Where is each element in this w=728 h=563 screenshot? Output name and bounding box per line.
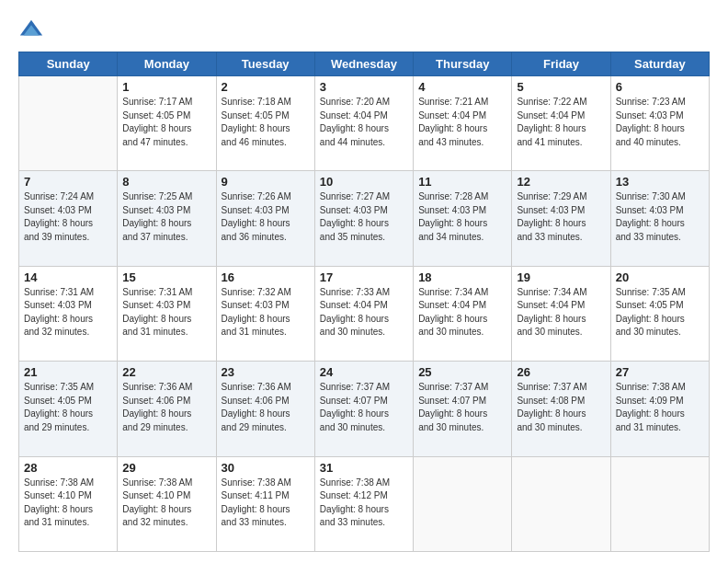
day-info: Sunrise: 7:38 AM Sunset: 4:10 PM Dayligh… — [122, 477, 210, 530]
day-number: 27 — [616, 365, 704, 379]
calendar-cell: 7Sunrise: 7:24 AM Sunset: 4:03 PM Daylig… — [19, 171, 118, 266]
calendar-cell: 5Sunrise: 7:22 AM Sunset: 4:04 PM Daylig… — [512, 76, 610, 171]
day-info: Sunrise: 7:33 AM Sunset: 4:04 PM Dayligh… — [320, 286, 408, 339]
day-number: 23 — [222, 365, 310, 379]
day-number: 31 — [320, 461, 408, 475]
day-info: Sunrise: 7:30 AM Sunset: 4:03 PM Dayligh… — [616, 190, 704, 244]
day-info: Sunrise: 7:37 AM Sunset: 4:07 PM Dayligh… — [320, 381, 408, 434]
calendar-week-row: 1Sunrise: 7:17 AM Sunset: 4:05 PM Daylig… — [19, 76, 710, 171]
calendar-cell: 30Sunrise: 7:38 AM Sunset: 4:11 PM Dayli… — [216, 456, 314, 551]
calendar-week-row: 21Sunrise: 7:35 AM Sunset: 4:05 PM Dayli… — [19, 362, 710, 456]
calendar-cell: 26Sunrise: 7:37 AM Sunset: 4:08 PM Dayli… — [512, 362, 610, 456]
day-info: Sunrise: 7:31 AM Sunset: 4:03 PM Dayligh… — [24, 286, 112, 339]
calendar-cell: 11Sunrise: 7:28 AM Sunset: 4:03 PM Dayli… — [414, 171, 512, 266]
day-number: 9 — [222, 175, 310, 189]
day-info: Sunrise: 7:27 AM Sunset: 4:03 PM Dayligh… — [320, 190, 408, 244]
calendar-cell: 20Sunrise: 7:35 AM Sunset: 4:05 PM Dayli… — [610, 266, 709, 361]
day-info: Sunrise: 7:36 AM Sunset: 4:06 PM Dayligh… — [122, 381, 210, 434]
calendar-cell: 2Sunrise: 7:18 AM Sunset: 4:05 PM Daylig… — [216, 76, 314, 171]
day-number: 19 — [517, 270, 605, 284]
day-number: 1 — [122, 80, 210, 94]
calendar-cell: 18Sunrise: 7:34 AM Sunset: 4:04 PM Dayli… — [414, 266, 512, 361]
calendar-cell: 27Sunrise: 7:38 AM Sunset: 4:09 PM Dayli… — [610, 362, 709, 456]
day-number: 8 — [122, 175, 210, 189]
weekday-header-saturday: Saturday — [610, 52, 709, 76]
day-info: Sunrise: 7:26 AM Sunset: 4:03 PM Dayligh… — [222, 190, 310, 244]
day-info: Sunrise: 7:36 AM Sunset: 4:06 PM Dayligh… — [222, 381, 310, 434]
weekday-header-row: SundayMondayTuesdayWednesdayThursdayFrid… — [19, 52, 710, 76]
day-number: 12 — [517, 175, 605, 189]
day-info: Sunrise: 7:21 AM Sunset: 4:04 PM Dayligh… — [418, 96, 506, 149]
calendar-cell: 9Sunrise: 7:26 AM Sunset: 4:03 PM Daylig… — [216, 171, 314, 266]
page: SundayMondayTuesdayWednesdayThursdayFrid… — [0, 0, 728, 563]
calendar-cell: 8Sunrise: 7:25 AM Sunset: 4:03 PM Daylig… — [118, 171, 216, 266]
calendar-table: SundayMondayTuesdayWednesdayThursdayFrid… — [18, 52, 710, 552]
weekday-header-friday: Friday — [512, 52, 610, 76]
day-info: Sunrise: 7:35 AM Sunset: 4:05 PM Dayligh… — [24, 381, 112, 434]
calendar-cell: 3Sunrise: 7:20 AM Sunset: 4:04 PM Daylig… — [314, 76, 413, 171]
day-number: 30 — [222, 461, 310, 475]
calendar-cell: 10Sunrise: 7:27 AM Sunset: 4:03 PM Dayli… — [314, 171, 413, 266]
day-number: 26 — [517, 365, 605, 379]
day-info: Sunrise: 7:34 AM Sunset: 4:04 PM Dayligh… — [517, 286, 605, 339]
day-info: Sunrise: 7:17 AM Sunset: 4:05 PM Dayligh… — [122, 96, 210, 149]
day-info: Sunrise: 7:22 AM Sunset: 4:04 PM Dayligh… — [517, 96, 605, 149]
day-number: 3 — [320, 80, 408, 94]
calendar-cell: 25Sunrise: 7:37 AM Sunset: 4:07 PM Dayli… — [414, 362, 512, 456]
weekday-header-wednesday: Wednesday — [314, 52, 413, 76]
calendar-cell: 17Sunrise: 7:33 AM Sunset: 4:04 PM Dayli… — [314, 266, 413, 361]
calendar-week-row: 28Sunrise: 7:38 AM Sunset: 4:10 PM Dayli… — [19, 456, 710, 551]
calendar-cell: 1Sunrise: 7:17 AM Sunset: 4:05 PM Daylig… — [118, 76, 216, 171]
day-number: 24 — [320, 365, 408, 379]
calendar-cell — [610, 456, 709, 551]
day-number: 18 — [418, 270, 506, 284]
calendar-cell: 22Sunrise: 7:36 AM Sunset: 4:06 PM Dayli… — [118, 362, 216, 456]
day-number: 15 — [122, 270, 210, 284]
calendar-cell: 6Sunrise: 7:23 AM Sunset: 4:03 PM Daylig… — [610, 76, 709, 171]
calendar-cell — [512, 456, 610, 551]
day-info: Sunrise: 7:31 AM Sunset: 4:03 PM Dayligh… — [122, 286, 210, 339]
calendar-cell: 15Sunrise: 7:31 AM Sunset: 4:03 PM Dayli… — [118, 266, 216, 361]
day-info: Sunrise: 7:35 AM Sunset: 4:05 PM Dayligh… — [616, 286, 704, 339]
calendar-cell: 14Sunrise: 7:31 AM Sunset: 4:03 PM Dayli… — [19, 266, 118, 361]
day-info: Sunrise: 7:29 AM Sunset: 4:03 PM Dayligh… — [517, 190, 605, 244]
header — [18, 17, 710, 42]
day-number: 7 — [24, 175, 112, 189]
calendar-cell: 31Sunrise: 7:38 AM Sunset: 4:12 PM Dayli… — [314, 456, 413, 551]
day-number: 17 — [320, 270, 408, 284]
calendar-cell: 12Sunrise: 7:29 AM Sunset: 4:03 PM Dayli… — [512, 171, 610, 266]
calendar-week-row: 14Sunrise: 7:31 AM Sunset: 4:03 PM Dayli… — [19, 266, 710, 361]
day-number: 13 — [616, 175, 704, 189]
day-info: Sunrise: 7:34 AM Sunset: 4:04 PM Dayligh… — [418, 286, 506, 339]
logo-icon — [18, 17, 44, 42]
day-number: 16 — [222, 270, 310, 284]
day-number: 20 — [616, 270, 704, 284]
day-info: Sunrise: 7:38 AM Sunset: 4:11 PM Dayligh… — [222, 477, 310, 530]
weekday-header-sunday: Sunday — [19, 52, 118, 76]
weekday-header-thursday: Thursday — [414, 52, 512, 76]
day-info: Sunrise: 7:37 AM Sunset: 4:08 PM Dayligh… — [517, 381, 605, 434]
logo — [18, 17, 48, 42]
weekday-header-monday: Monday — [118, 52, 216, 76]
calendar-cell: 13Sunrise: 7:30 AM Sunset: 4:03 PM Dayli… — [610, 171, 709, 266]
day-info: Sunrise: 7:38 AM Sunset: 4:12 PM Dayligh… — [320, 477, 408, 530]
day-number: 5 — [517, 80, 605, 94]
day-number: 11 — [418, 175, 506, 189]
calendar-cell: 23Sunrise: 7:36 AM Sunset: 4:06 PM Dayli… — [216, 362, 314, 456]
day-number: 28 — [24, 461, 112, 475]
day-number: 10 — [320, 175, 408, 189]
day-number: 4 — [418, 80, 506, 94]
day-number: 6 — [616, 80, 704, 94]
day-info: Sunrise: 7:25 AM Sunset: 4:03 PM Dayligh… — [122, 190, 210, 244]
day-info: Sunrise: 7:38 AM Sunset: 4:09 PM Dayligh… — [616, 381, 704, 434]
day-number: 29 — [122, 461, 210, 475]
day-info: Sunrise: 7:32 AM Sunset: 4:03 PM Dayligh… — [222, 286, 310, 339]
calendar-cell — [414, 456, 512, 551]
weekday-header-tuesday: Tuesday — [216, 52, 314, 76]
day-number: 14 — [24, 270, 112, 284]
day-info: Sunrise: 7:18 AM Sunset: 4:05 PM Dayligh… — [222, 96, 310, 149]
day-info: Sunrise: 7:20 AM Sunset: 4:04 PM Dayligh… — [320, 96, 408, 149]
day-info: Sunrise: 7:28 AM Sunset: 4:03 PM Dayligh… — [418, 190, 506, 244]
calendar-cell — [19, 76, 118, 171]
calendar-cell: 28Sunrise: 7:38 AM Sunset: 4:10 PM Dayli… — [19, 456, 118, 551]
